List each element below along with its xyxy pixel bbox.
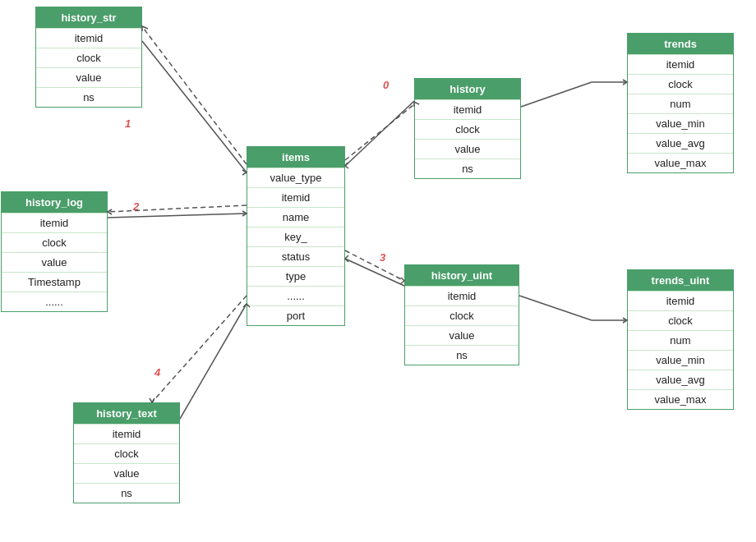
table-items: items value_type itemid name key_ status… <box>247 146 345 326</box>
field-history-uint-itemid: itemid <box>405 286 519 305</box>
table-header-history-text: history_text <box>74 403 179 424</box>
field-items-value-type: value_type <box>247 168 344 187</box>
field-items-status: status <box>247 246 344 266</box>
field-items-port: port <box>247 305 344 325</box>
rel-label-2: 2 <box>132 200 140 213</box>
svg-line-5 <box>521 82 592 107</box>
field-trends-value-max: value_max <box>628 153 733 172</box>
table-history-text: history_text itemid clock value ns <box>73 402 180 503</box>
svg-line-4 <box>152 296 247 402</box>
diagram-container: history_str itemid clock value ns histor… <box>0 0 756 542</box>
rel-label-0: 0 <box>383 79 390 91</box>
table-history-uint: history_uint itemid clock value ns <box>404 264 519 365</box>
field-trends-uint-value-min: value_min <box>628 350 733 370</box>
svg-line-3 <box>345 250 404 281</box>
table-header-items: items <box>247 147 344 168</box>
field-history-str-clock: clock <box>36 48 141 67</box>
field-trends-uint-value-avg: value_avg <box>628 370 733 389</box>
field-history-ns: ns <box>415 158 520 178</box>
field-history-uint-ns: ns <box>405 345 519 365</box>
table-header-history: history <box>415 79 520 99</box>
svg-line-10 <box>108 214 247 218</box>
field-trends-itemid: itemid <box>628 54 733 74</box>
table-header-trends: trends <box>628 34 733 54</box>
svg-line-2 <box>108 205 247 212</box>
rel-label-3: 3 <box>380 251 386 264</box>
field-items-etc: ...... <box>247 286 344 305</box>
field-trends-uint-clock: clock <box>628 310 733 330</box>
field-history-log-clock: clock <box>2 232 107 252</box>
field-trends-clock: clock <box>628 74 733 94</box>
field-trends-num: num <box>628 94 733 113</box>
field-history-text-clock: clock <box>74 443 179 463</box>
field-items-itemid: itemid <box>247 187 344 207</box>
table-trends-uint: trends_uint itemid clock num value_min v… <box>627 269 734 410</box>
field-history-text-value: value <box>74 463 179 483</box>
field-items-type: type <box>247 266 344 286</box>
svg-line-12 <box>345 259 404 286</box>
table-trends: trends itemid clock num value_min value_… <box>627 33 734 173</box>
svg-line-9 <box>142 41 247 172</box>
table-history: history itemid clock value ns <box>414 78 521 179</box>
field-trends-uint-value-max: value_max <box>628 389 733 409</box>
field-history-log-timestamp: Timestamp <box>2 272 107 292</box>
field-history-log-etc: ...... <box>2 292 107 311</box>
field-trends-uint-num: num <box>628 330 733 350</box>
svg-line-0 <box>345 104 414 160</box>
field-history-log-value: value <box>2 252 107 272</box>
field-history-text-ns: ns <box>74 483 179 503</box>
field-history-str-value: value <box>36 67 141 87</box>
svg-line-7 <box>519 296 592 320</box>
field-trends-uint-itemid: itemid <box>628 291 733 310</box>
field-history-clock: clock <box>415 119 520 139</box>
table-header-trends-uint: trends_uint <box>628 270 733 291</box>
field-items-key: key_ <box>247 227 344 246</box>
field-history-itemid: itemid <box>415 99 520 119</box>
svg-line-13 <box>345 101 414 166</box>
table-history-str: history_str itemid clock value ns <box>35 7 142 108</box>
field-history-uint-clock: clock <box>405 305 519 325</box>
field-history-str-itemid: itemid <box>36 28 141 48</box>
rel-label-4: 4 <box>154 366 161 379</box>
field-history-log-itemid: itemid <box>2 213 107 232</box>
rel-label-1: 1 <box>125 117 131 130</box>
table-header-history-uint: history_uint <box>405 265 519 286</box>
field-history-text-itemid: itemid <box>74 424 179 443</box>
field-history-uint-value: value <box>405 325 519 345</box>
table-history-log: history_log itemid clock value Timestamp… <box>1 191 108 312</box>
svg-line-1 <box>144 29 247 164</box>
svg-line-11 <box>180 304 247 419</box>
field-trends-value-avg: value_avg <box>628 133 733 153</box>
table-header-history-log: history_log <box>2 192 107 213</box>
field-history-value: value <box>415 139 520 158</box>
table-header-history-str: history_str <box>36 7 141 28</box>
field-items-name: name <box>247 207 344 227</box>
field-history-str-ns: ns <box>36 87 141 107</box>
field-trends-value-min: value_min <box>628 113 733 133</box>
